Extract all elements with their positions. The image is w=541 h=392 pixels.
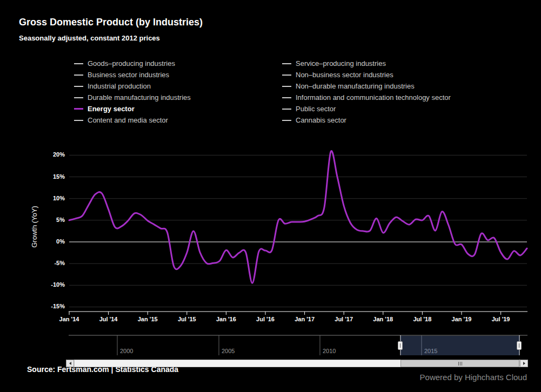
legend-item-label: Cannabis sector: [296, 116, 346, 124]
y-axis-label: 5%: [34, 217, 65, 223]
legend: Goods–producing industriesBusiness secto…: [0, 58, 541, 128]
legend-item-label: Goods–producing industries: [88, 59, 175, 67]
navigator-selected-range[interactable]: [400, 336, 519, 355]
legend-dash-icon: [74, 86, 83, 87]
legend-item-label: Content and media sector: [88, 116, 168, 124]
navigator-right-handle[interactable]: [517, 341, 522, 350]
legend-item-non-durable-manufacturing-industries[interactable]: Non–durable manufacturing industries: [282, 80, 451, 92]
legend-dash-icon: [282, 120, 291, 121]
legend-dash-icon: [282, 86, 291, 87]
x-axis-label: Jul '14: [90, 316, 128, 322]
legend-item-label: Public sector: [296, 105, 336, 113]
navigator-scrollbar[interactable]: [66, 360, 528, 367]
y-axis-label: -15%: [34, 303, 65, 309]
y-axis-label: 0%: [34, 238, 65, 245]
y-axis-title: Growth (YoY): [30, 194, 39, 259]
legend-column-left: Goods–producing industriesBusiness secto…: [74, 58, 191, 126]
x-axis-label: Jul '18: [403, 316, 441, 322]
legend-item-label: Non–durable manufacturing industries: [296, 82, 415, 90]
chart-title: Gross Domestic Product (by Industries): [19, 17, 203, 28]
legend-dash-icon: [74, 97, 83, 98]
y-axis-label: 10%: [34, 195, 65, 201]
legend-item-label: Service–producing industries: [296, 59, 386, 67]
navigator-left-handle[interactable]: [398, 341, 403, 350]
legend-item-information-and-communication-technology-sector[interactable]: Information and communication technology…: [282, 92, 451, 103]
x-axis-label: Jul '16: [246, 316, 284, 322]
y-axis-label: 20%: [34, 151, 65, 158]
legend-dash-icon: [74, 63, 83, 64]
legend-dash-icon: [282, 63, 291, 64]
legend-item-label: Business sector industries: [88, 71, 169, 79]
right-arrow-icon: [523, 362, 525, 365]
y-axis-label: -5%: [34, 260, 65, 266]
y-axis-label: 15%: [34, 173, 65, 180]
legend-dash-icon: [282, 109, 291, 110]
legend-item-label: Durable manufacturing industries: [88, 93, 191, 102]
legend-dash-icon: [74, 120, 83, 121]
scrollbar-thumb[interactable]: [400, 360, 519, 367]
x-axis-label: Jul '17: [325, 316, 363, 322]
scrollbar-left-button[interactable]: [66, 360, 74, 367]
x-axis-label: Jan '18: [364, 316, 402, 322]
legend-item-service-producing-industries[interactable]: Service–producing industries: [282, 58, 451, 69]
legend-item-energy-sector[interactable]: Energy sector: [74, 103, 191, 114]
legend-item-label: Non–business sector industries: [296, 71, 393, 79]
legend-item-industrial-production[interactable]: Industrial production: [74, 80, 191, 92]
legend-dash-icon: [282, 75, 291, 76]
scrollbar-right-button[interactable]: [520, 360, 528, 367]
legend-item-content-and-media-sector[interactable]: Content and media sector: [74, 114, 191, 126]
x-axis-label: Jan '19: [443, 316, 480, 322]
handle-grip-icon: [519, 343, 519, 348]
legend-dash-icon: [74, 108, 83, 110]
x-axis-label: Jan '17: [286, 316, 324, 322]
y-axis-label: -10%: [34, 281, 65, 288]
chart-subtitle: Seasonally adjusted, constant 2012 price…: [19, 34, 160, 42]
legend-dash-icon: [74, 75, 83, 76]
x-axis-label: Jul '15: [168, 316, 206, 322]
x-axis-label: Jul '19: [482, 316, 520, 322]
navigator-year-label: 2010: [323, 348, 336, 354]
highcharts-credits-link[interactable]: Powered by Highcharts Cloud: [420, 373, 527, 382]
x-axis-label: Jan '15: [129, 316, 166, 322]
legend-column-right: Service–producing industriesNon–business…: [282, 58, 451, 126]
legend-item-cannabis-sector[interactable]: Cannabis sector: [282, 114, 451, 126]
legend-item-business-sector-industries[interactable]: Business sector industries: [74, 69, 191, 80]
legend-item-durable-manufacturing-industries[interactable]: Durable manufacturing industries: [74, 92, 191, 103]
scrollbar-grip-icon: [460, 362, 460, 366]
x-axis-label: Jan '16: [207, 316, 245, 322]
x-axis-label: Jan '14: [50, 316, 88, 322]
energy-sector-line[interactable]: [69, 151, 527, 283]
legend-item-label: Industrial production: [88, 82, 151, 90]
navigator-year-label: 2000: [120, 348, 133, 354]
highcharts-chart: Gross Domestic Product (by Industries) S…: [0, 0, 541, 392]
legend-item-label: Information and communication technology…: [296, 93, 451, 102]
legend-item-label: Energy sector: [88, 105, 135, 113]
left-arrow-icon: [69, 362, 71, 365]
legend-item-goods-producing-industries[interactable]: Goods–producing industries: [74, 58, 191, 69]
legend-item-non-business-sector-industries[interactable]: Non–business sector industries: [282, 69, 451, 80]
legend-dash-icon: [282, 97, 291, 98]
legend-item-public-sector[interactable]: Public sector: [282, 103, 451, 114]
handle-grip-icon: [400, 343, 400, 348]
navigator-year-label: 2005: [222, 348, 235, 354]
